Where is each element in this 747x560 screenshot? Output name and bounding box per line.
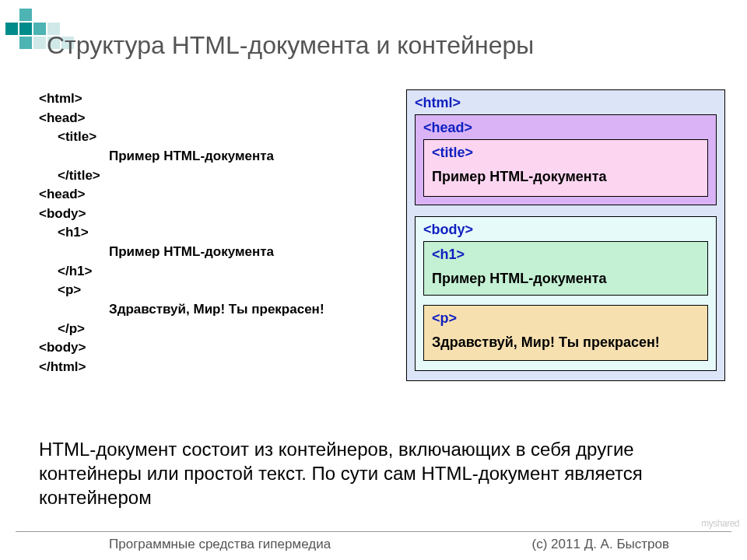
code-line: <body> [39,205,389,224]
code-line: <body> [39,338,389,358]
p-box: <p> Здравствуй, Мир! Ты прекрасен! [423,305,708,361]
code-line: <h1> [39,223,389,243]
p-text: Здравствуй, Мир! Ты прекрасен! [432,334,700,351]
code-line: Пример HTML-документа [39,243,389,262]
slide-title: Структура HTML-документа и контейнеры [47,31,534,60]
code-line: Здравствуй, Мир! Ты прекрасен! [39,300,389,320]
code-line: </h1> [39,262,389,282]
title-tag-label: <title> [432,145,473,160]
code-line: <head> [39,185,389,205]
code-line: </html> [39,358,389,377]
p-tag-label: <p> [432,310,457,326]
html-source-code: <html> <head> <title> Пример HTML-докуме… [39,89,389,377]
h1-box: <h1> Пример HTML-документа [423,241,708,296]
code-line: </title> [39,166,389,186]
description-text: HTML-документ состоит из контейнеров, вк… [39,437,708,510]
code-line: Пример HTML-документа [39,147,389,166]
head-box: <head> <title> Пример HTML-документа [415,114,717,205]
code-line: <head> [39,109,389,128]
code-line: <html> [39,89,389,109]
footer-left: Программные средства гипермедиа [109,537,331,552]
watermark: myshared [701,518,739,529]
body-box: <body> <h1> Пример HTML-документа <p> Зд… [415,216,717,371]
footer-divider [16,531,731,532]
h1-tag-label: <h1> [432,247,465,262]
html-box: <html> <head> <title> Пример HTML-докуме… [406,89,725,381]
head-tag-label: <head> [423,120,472,135]
body-tag-label: <body> [423,222,473,237]
footer: Программные средства гипермедиа (с) 2011… [0,537,747,552]
code-line: <title> [39,128,389,147]
code-line: <p> [39,281,389,300]
footer-right: (с) 2011 Д. А. Быстров [532,537,669,552]
code-line: </p> [39,320,389,339]
title-box: <title> Пример HTML-документа [423,139,708,197]
container-diagram: <html> <head> <title> Пример HTML-докуме… [406,89,725,381]
title-text: Пример HTML-документа [432,169,700,185]
html-tag-label: <html> [415,95,461,110]
h1-text: Пример HTML-документа [432,271,700,287]
